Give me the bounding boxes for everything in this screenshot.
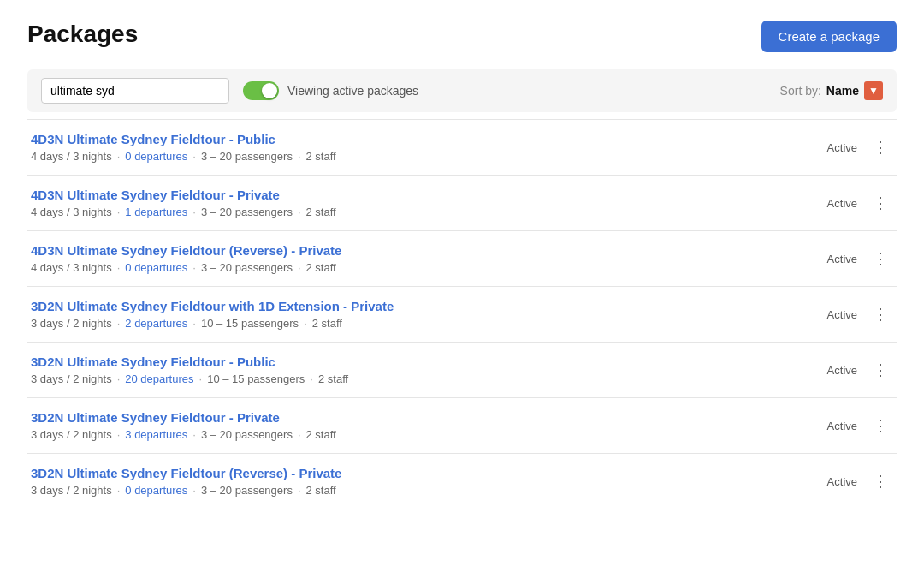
more-options-button[interactable]: ⋮ <box>868 192 893 214</box>
package-name[interactable]: 4D3N Ultimate Sydney Fieldtour (Reverse)… <box>31 243 791 258</box>
status-badge: Active <box>827 141 857 154</box>
meta-sep-3: · <box>298 484 301 497</box>
meta-departures[interactable]: 20 departures <box>125 372 193 385</box>
meta-passengers: 3 – 20 passengers <box>201 206 293 218</box>
package-info: 4D3N Ultimate Sydney Fieldtour (Reverse)… <box>31 243 791 274</box>
package-item: 3D2N Ultimate Sydney Fieldtour - Public … <box>27 343 897 398</box>
meta-departures[interactable]: 0 departures <box>125 150 187 163</box>
status-badge: Active <box>827 420 857 432</box>
package-name[interactable]: 3D2N Ultimate Sydney Fieldtour (Reverse)… <box>31 466 791 480</box>
package-item: 4D3N Ultimate Sydney Fieldtour - Private… <box>27 176 897 231</box>
meta-sep-3: · <box>310 372 313 385</box>
toolbar: Viewing active packages Sort by: Name ▼ <box>27 69 897 112</box>
meta-sep-2: · <box>192 206 196 218</box>
meta-staff: 2 staff <box>306 484 336 497</box>
package-info: 3D2N Ultimate Sydney Fieldtour - Public … <box>31 355 791 385</box>
package-info: 4D3N Ultimate Sydney Fieldtour - Public … <box>31 132 791 163</box>
meta-sep-2: · <box>192 428 196 441</box>
page-title: Packages <box>27 21 138 48</box>
package-item: 3D2N Ultimate Sydney Fieldtour (Reverse)… <box>27 454 897 509</box>
package-right: Active ⋮ <box>791 247 893 270</box>
package-name[interactable]: 4D3N Ultimate Sydney Fieldtour - Private <box>31 188 791 202</box>
package-meta: 3 days / 2 nights · 2 departures · 10 – … <box>31 317 791 330</box>
meta-passengers: 3 – 20 passengers <box>201 484 293 497</box>
meta-days: 3 days / 2 nights <box>31 428 112 441</box>
package-info: 3D2N Ultimate Sydney Fieldtour (Reverse)… <box>31 466 791 497</box>
package-name[interactable]: 3D2N Ultimate Sydney Fieldtour - Public <box>31 355 791 369</box>
meta-departures[interactable]: 1 departures <box>125 206 187 218</box>
package-right: Active ⋮ <box>791 303 893 325</box>
active-toggle[interactable] <box>243 81 279 100</box>
meta-passengers: 10 – 15 passengers <box>207 372 305 385</box>
status-badge: Active <box>827 253 857 265</box>
package-item: 3D2N Ultimate Sydney Fieldtour - Private… <box>27 398 897 454</box>
header-row: Packages Create a package <box>27 21 897 52</box>
meta-sep-3: · <box>298 261 301 274</box>
package-meta: 4 days / 3 nights · 0 departures · 3 – 2… <box>31 150 791 163</box>
status-badge: Active <box>827 308 857 321</box>
more-options-button[interactable]: ⋮ <box>868 470 893 492</box>
more-options-button[interactable]: ⋮ <box>868 136 893 158</box>
meta-staff: 2 staff <box>306 261 336 274</box>
more-options-button[interactable]: ⋮ <box>868 303 893 325</box>
meta-staff: 2 staff <box>306 428 336 441</box>
more-options-button[interactable]: ⋮ <box>868 247 893 270</box>
meta-staff: 2 staff <box>312 317 342 330</box>
meta-sep-1: · <box>117 317 121 330</box>
package-item: 4D3N Ultimate Sydney Fieldtour - Public … <box>27 120 897 176</box>
package-name[interactable]: 3D2N Ultimate Sydney Fieldtour - Private <box>31 410 791 425</box>
package-name[interactable]: 4D3N Ultimate Sydney Fieldtour - Public <box>31 132 791 146</box>
more-options-button[interactable]: ⋮ <box>868 414 893 437</box>
package-right: Active ⋮ <box>791 192 893 214</box>
search-input[interactable] <box>41 78 229 104</box>
meta-passengers: 3 – 20 passengers <box>201 428 293 441</box>
toggle-label: Viewing active packages <box>287 84 418 98</box>
package-meta: 3 days / 2 nights · 20 departures · 10 –… <box>31 372 791 385</box>
sort-value: Name <box>826 84 859 98</box>
package-meta: 3 days / 2 nights · 0 departures · 3 – 2… <box>31 484 791 497</box>
more-options-button[interactable]: ⋮ <box>868 359 893 381</box>
sort-area: Sort by: Name ▼ <box>780 81 883 100</box>
package-meta: 4 days / 3 nights · 0 departures · 3 – 2… <box>31 261 791 274</box>
active-toggle-area: Viewing active packages <box>243 81 418 100</box>
meta-days: 3 days / 2 nights <box>31 484 112 497</box>
package-info: 3D2N Ultimate Sydney Fieldtour with 1D E… <box>31 299 791 330</box>
status-badge: Active <box>827 364 857 377</box>
meta-departures[interactable]: 0 departures <box>125 261 187 274</box>
meta-days: 3 days / 2 nights <box>31 372 112 385</box>
meta-sep-1: · <box>117 150 121 163</box>
meta-departures[interactable]: 3 departures <box>125 428 187 441</box>
meta-staff: 2 staff <box>306 206 336 218</box>
create-package-button[interactable]: Create a package <box>761 21 897 52</box>
meta-sep-1: · <box>117 206 121 218</box>
meta-passengers: 3 – 20 passengers <box>201 150 293 163</box>
meta-staff: 2 staff <box>306 150 336 163</box>
toggle-track <box>243 81 279 100</box>
meta-sep-2: · <box>199 372 203 385</box>
meta-sep-2: · <box>192 317 196 330</box>
meta-sep-3: · <box>298 150 301 163</box>
meta-days: 4 days / 3 nights <box>31 206 112 218</box>
package-right: Active ⋮ <box>791 414 893 437</box>
status-badge: Active <box>827 197 857 210</box>
meta-staff: 2 staff <box>318 372 348 385</box>
meta-departures[interactable]: 0 departures <box>125 484 187 497</box>
package-right: Active ⋮ <box>791 136 893 158</box>
meta-departures[interactable]: 2 departures <box>125 317 187 330</box>
meta-sep-2: · <box>192 484 196 497</box>
meta-sep-3: · <box>298 428 301 441</box>
package-info: 4D3N Ultimate Sydney Fieldtour - Private… <box>31 188 791 218</box>
meta-days: 4 days / 3 nights <box>31 150 112 163</box>
meta-sep-1: · <box>117 428 121 441</box>
meta-passengers: 10 – 15 passengers <box>201 317 299 330</box>
meta-days: 4 days / 3 nights <box>31 261 112 274</box>
package-meta: 4 days / 3 nights · 1 departures · 3 – 2… <box>31 206 791 218</box>
meta-sep-1: · <box>117 372 121 385</box>
meta-sep-3: · <box>298 206 301 218</box>
package-list: 4D3N Ultimate Sydney Fieldtour - Public … <box>27 119 897 509</box>
meta-sep-1: · <box>117 484 121 497</box>
meta-passengers: 3 – 20 passengers <box>201 261 293 274</box>
meta-days: 3 days / 2 nights <box>31 317 112 330</box>
package-name[interactable]: 3D2N Ultimate Sydney Fieldtour with 1D E… <box>31 299 791 313</box>
sort-arrow-button[interactable]: ▼ <box>864 81 883 100</box>
